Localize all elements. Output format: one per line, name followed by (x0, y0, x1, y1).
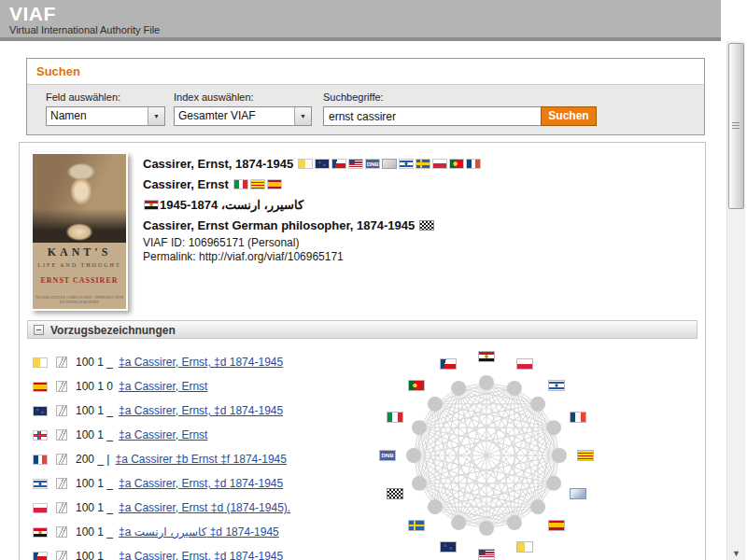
heading-link[interactable]: ‡a Cassirer ‡b Ernst ‡f 1874-1945 (115, 453, 286, 466)
vertical-scrollbar[interactable]: ▼ (726, 41, 745, 560)
faroe-flag-icon[interactable] (33, 430, 48, 441)
heading-link[interactable]: ‡a Cassirer, Ernst ‡d (1874-1945). (119, 501, 290, 514)
graph-node[interactable] (530, 397, 545, 412)
record-heading-line: كاسيرر، ارنست، 1874-1945 (143, 195, 482, 216)
viaf-logo: VIAF (9, 3, 56, 25)
search-button[interactable]: Suchen (541, 106, 597, 126)
graph-node[interactable] (507, 381, 522, 396)
graph-node[interactable] (451, 381, 466, 396)
source-record-icon[interactable] (56, 357, 67, 368)
source-record-icon[interactable] (56, 526, 67, 538)
marc-field-code: 100 1 0 (76, 380, 113, 393)
us-flag-icon[interactable] (348, 159, 363, 169)
nukat-flag-icon[interactable] (315, 159, 330, 169)
marc-field-code: 100 1 _ (76, 404, 113, 417)
search-panel-title: Suchen (36, 64, 80, 78)
graph-node[interactable] (406, 448, 421, 463)
wikidata-flag-icon[interactable] (419, 220, 434, 231)
poland-flag-icon[interactable] (516, 358, 533, 370)
marc-field-code: 100 1 _ (76, 428, 113, 441)
czech-flag-icon[interactable] (331, 159, 346, 169)
portugal-flag-icon[interactable] (408, 380, 425, 391)
field-select-value: Namen (47, 107, 148, 125)
record-panel: KANT'S LIFE AND THOUGHT ERNST CASSIRER T… (19, 142, 706, 560)
vatican-flag-icon[interactable] (516, 541, 533, 553)
heading-link[interactable]: ‡a Cassirer, Ernst (119, 428, 207, 441)
spain-flag-icon[interactable] (267, 179, 282, 189)
graph-node[interactable] (530, 499, 545, 514)
marc-field-code: 100 1 _ (76, 356, 113, 369)
graph-node[interactable] (451, 515, 466, 530)
catalonia-flag-icon[interactable] (250, 179, 265, 189)
source-record-icon[interactable] (56, 502, 67, 513)
spain-flag-icon[interactable] (548, 520, 565, 531)
france-flag-icon[interactable] (33, 455, 48, 465)
france-flag-icon[interactable] (570, 412, 586, 423)
chevron-down-icon[interactable]: ▼ (294, 107, 311, 125)
heading-link[interactable]: ‡a كاسيرر، ارنست ‡d 1874-1945 (119, 525, 279, 539)
nukat-flag-icon[interactable] (440, 541, 457, 553)
graph-node[interactable] (546, 420, 561, 435)
source-record-icon[interactable] (56, 454, 67, 465)
poland-flag-icon[interactable] (432, 159, 447, 169)
graph-node[interactable] (507, 515, 522, 530)
graybox-flag-icon[interactable] (382, 159, 397, 169)
viaf-cloud-graph[interactable]: DNB (351, 342, 622, 560)
wikidata-flag-icon[interactable] (387, 488, 403, 499)
graph-node[interactable] (428, 397, 443, 412)
heading-link[interactable]: ‡a Cassirer, Ernst, ‡d 1874-1945 (119, 404, 283, 417)
source-record-icon[interactable] (56, 478, 67, 489)
graph-node[interactable] (479, 521, 494, 536)
sweden-flag-icon[interactable] (408, 520, 425, 531)
catalonia-flag-icon[interactable] (577, 450, 594, 461)
israel-flag-icon[interactable] (33, 479, 48, 489)
egypt-flag-icon[interactable] (144, 200, 159, 210)
source-record-icon[interactable] (56, 405, 67, 416)
source-record-icon[interactable] (56, 381, 67, 392)
us-flag-icon[interactable] (478, 549, 495, 560)
field-select[interactable]: Namen ▼ (46, 106, 165, 126)
marc-field-code: 200 _ | (76, 453, 109, 466)
poland-flag-icon[interactable] (33, 503, 48, 513)
chevron-down-icon[interactable]: ▼ (148, 107, 164, 125)
italy-flag-icon[interactable] (387, 412, 403, 423)
vatican-flag-icon[interactable] (33, 357, 48, 368)
search-input[interactable] (323, 106, 542, 126)
israel-flag-icon[interactable] (548, 380, 565, 391)
italy-flag-icon[interactable] (233, 179, 248, 189)
graph-node[interactable] (546, 476, 561, 491)
vatican-flag-icon[interactable] (298, 159, 313, 169)
sweden-flag-icon[interactable] (416, 159, 430, 169)
czech-flag-icon[interactable] (33, 552, 48, 560)
heading-link[interactable]: ‡a Cassirer, Ernst, ‡d 1874-1945 (119, 550, 283, 560)
source-record-icon[interactable] (56, 429, 67, 441)
israel-flag-icon[interactable] (399, 159, 414, 169)
lightblue-flag-icon[interactable] (570, 488, 586, 499)
dnb-flag-icon[interactable]: DNB (365, 159, 380, 169)
cover-title: KANT'S (33, 245, 126, 259)
section-title: Vorzugsbezeichnungen (50, 324, 176, 337)
heading-link[interactable]: ‡a Cassirer, Ernst (119, 380, 207, 393)
graph-node[interactable] (412, 420, 427, 435)
graph-node[interactable] (412, 476, 427, 491)
kant-portrait-art (33, 154, 126, 243)
egypt-flag-icon[interactable] (33, 527, 48, 538)
heading-link[interactable]: ‡a Cassirer, Ernst, ‡d 1874-1945 (119, 477, 283, 490)
graph-node[interactable] (479, 375, 494, 390)
czech-flag-icon[interactable] (440, 358, 457, 370)
index-select[interactable]: Gesamter VIAF ▼ (174, 106, 312, 126)
source-record-icon[interactable] (56, 551, 67, 560)
collapse-minus-icon[interactable] (34, 325, 44, 335)
scrollbar-down-arrow-icon[interactable]: ▼ (727, 549, 745, 558)
dnb-flag-icon[interactable]: DNB (379, 450, 396, 461)
graph-node[interactable] (552, 448, 567, 463)
spain-flag-icon[interactable] (33, 382, 48, 392)
france-flag-icon[interactable] (466, 159, 481, 169)
nukat-flag-icon[interactable] (33, 406, 48, 416)
egypt-flag-icon[interactable] (478, 351, 495, 362)
graph-node[interactable] (428, 499, 443, 514)
heading-link[interactable]: ‡a Cassirer, Ernst, ‡d 1874-1945 (119, 356, 283, 369)
scrollbar-thumb[interactable] (728, 43, 744, 209)
portugal-flag-icon[interactable] (449, 159, 464, 169)
record-heading-text: Cassirer, Ernst, 1874-1945 (143, 157, 293, 171)
